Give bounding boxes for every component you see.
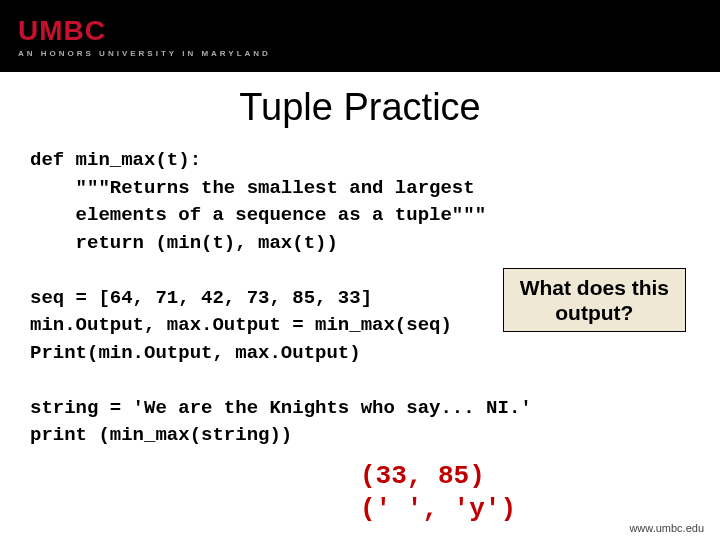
header-bar: UMBC AN HONORS UNIVERSITY IN MARYLAND	[0, 0, 720, 72]
answer-text: (33, 85) (' ', 'y')	[360, 460, 516, 525]
footer-url: www.umbc.edu	[629, 522, 704, 534]
logo-red: UMBC	[18, 15, 106, 46]
logo-text: UMBC	[18, 15, 271, 47]
callout-line1: What does this	[520, 275, 669, 300]
answer-line2: (' ', 'y')	[360, 493, 516, 526]
logo-subtitle: AN HONORS UNIVERSITY IN MARYLAND	[18, 49, 271, 58]
slide-title: Tuple Practice	[30, 86, 690, 129]
callout-line2: output?	[520, 300, 669, 325]
logo: UMBC AN HONORS UNIVERSITY IN MARYLAND	[18, 15, 271, 58]
question-callout: What does this output?	[503, 268, 686, 332]
answer-line1: (33, 85)	[360, 460, 516, 493]
